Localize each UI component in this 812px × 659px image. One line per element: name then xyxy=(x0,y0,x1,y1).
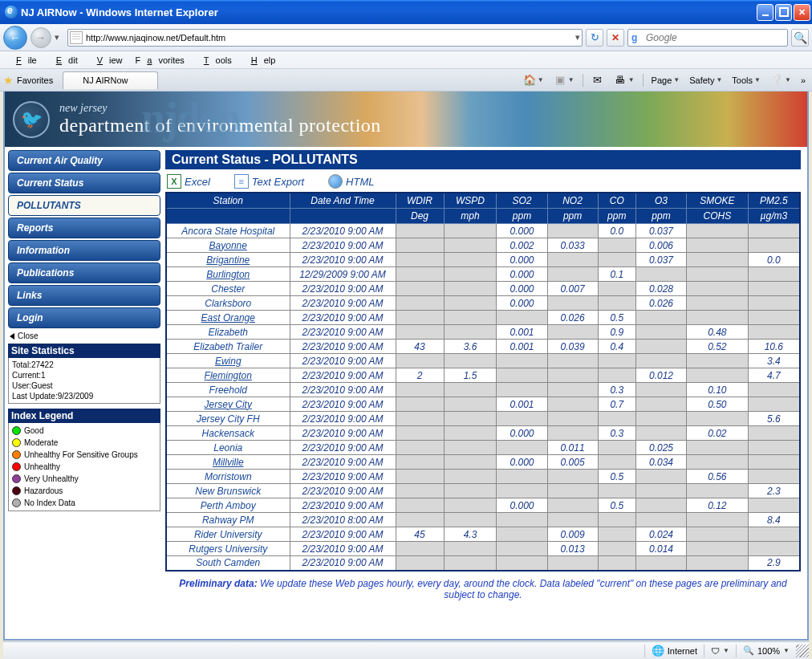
data-cell: 0.9 xyxy=(598,325,635,340)
search-box[interactable]: g xyxy=(627,29,788,47)
table-row: Jersey City FH2/23/2010 9:00 AM5.6 xyxy=(166,412,800,426)
station-cell: Rahway PM xyxy=(166,513,290,527)
data-cell xyxy=(497,484,547,498)
sidebar-item-pollutants[interactable]: POLLUTANTS xyxy=(8,195,160,216)
datetime-cell: 2/23/2010 9:00 AM xyxy=(290,455,396,470)
data-cell xyxy=(748,426,800,441)
data-cell xyxy=(748,383,800,397)
data-cell xyxy=(396,426,444,441)
data-cell xyxy=(497,412,547,426)
safety-menu[interactable]: Safety ▼ xyxy=(686,74,725,87)
navigation-toolbar: ← → ▾ http://www.njaqinow.net/Default.ht… xyxy=(0,24,812,51)
menu-view[interactable]: View xyxy=(84,54,129,67)
legend-label: No Index Data xyxy=(24,498,75,508)
data-cell: 43 xyxy=(396,340,444,354)
data-cell: 0.0 xyxy=(598,224,635,238)
station-cell[interactable]: Brigantine xyxy=(166,253,290,267)
data-cell xyxy=(687,224,749,238)
menu-help[interactable]: Help xyxy=(238,54,282,67)
help-button[interactable]: ❔▼ xyxy=(767,72,794,88)
back-button[interactable]: ← xyxy=(3,26,27,50)
nav-history-dropdown[interactable]: ▾ xyxy=(55,32,64,43)
data-cell xyxy=(687,238,749,253)
table-row: Clarksboro2/23/2010 9:00 AM0.0000.026 xyxy=(166,296,800,311)
favorites-star-icon[interactable]: ★ xyxy=(3,74,14,87)
data-cell: 0.000 xyxy=(497,455,547,470)
toolbar-overflow[interactable]: » xyxy=(798,74,809,87)
legend-row: No Index Data xyxy=(12,497,156,509)
station-cell[interactable]: Millville xyxy=(166,455,290,470)
legend-dot-icon xyxy=(12,498,21,507)
sidebar-item-information[interactable]: Information xyxy=(8,240,160,261)
station-cell[interactable]: Burlington xyxy=(166,267,290,282)
data-cell: 0.001 xyxy=(497,340,547,354)
feeds-button[interactable]: ▣▼ xyxy=(550,72,578,88)
page-menu[interactable]: Page ▼ xyxy=(648,74,684,87)
print-button[interactable]: 🖶▼ xyxy=(611,72,638,88)
data-cell xyxy=(396,224,444,238)
export-html[interactable]: ● HTML xyxy=(328,174,374,189)
unit-cell: Deg xyxy=(396,209,444,224)
export-text[interactable]: ≡ Text Export xyxy=(234,174,304,189)
read-mail-button[interactable]: ✉ xyxy=(588,72,607,88)
datetime-cell: 2/23/2010 9:00 AM xyxy=(290,542,396,556)
data-cell xyxy=(396,296,444,311)
sidebar: Current Air QualityCurrent StatusPOLLUTA… xyxy=(5,147,164,639)
table-row: New Brunswick2/23/2010 9:00 AM2.3 xyxy=(166,484,800,498)
search-go-button[interactable]: 🔍 xyxy=(791,29,809,47)
address-bar[interactable]: http://www.njaqinow.net/Default.htm ▾ xyxy=(67,29,583,47)
excel-icon: X xyxy=(167,174,181,189)
data-cell xyxy=(598,455,635,470)
station-cell[interactable]: Bayonne xyxy=(166,238,290,253)
sidebar-item-links[interactable]: Links xyxy=(8,285,160,306)
unit-cell: ppm xyxy=(635,209,686,224)
tools-menu[interactable]: Tools ▼ xyxy=(729,74,764,87)
status-zone[interactable]: 🌐 Internet xyxy=(645,645,704,657)
protected-mode[interactable]: 🛡▼ xyxy=(704,646,736,656)
data-cell xyxy=(687,513,749,527)
data-cell xyxy=(444,325,497,340)
data-cell xyxy=(396,542,444,556)
sidebar-item-login[interactable]: Login xyxy=(8,307,160,328)
minimize-button[interactable] xyxy=(757,4,773,21)
sidebar-close[interactable]: Close xyxy=(8,330,160,344)
station-cell[interactable]: Jersey City xyxy=(166,397,290,412)
data-cell xyxy=(635,397,686,412)
station-cell[interactable]: Flemington xyxy=(166,368,290,383)
menu-tools[interactable]: Tools xyxy=(191,54,238,67)
export-excel[interactable]: X Excel xyxy=(167,174,210,189)
data-cell: 2.9 xyxy=(748,556,800,571)
sidebar-item-current-status[interactable]: Current Status xyxy=(8,173,160,193)
data-cell xyxy=(687,253,749,267)
search-input[interactable] xyxy=(646,32,784,43)
data-cell: 45 xyxy=(396,527,444,542)
datetime-cell: 2/23/2010 9:00 AM xyxy=(290,296,396,311)
resize-grip[interactable] xyxy=(796,645,809,657)
home-button[interactable]: 🏠▼ xyxy=(520,72,547,88)
station-cell[interactable]: East Orange xyxy=(166,311,290,325)
sidebar-item-reports[interactable]: Reports xyxy=(8,218,160,238)
station-cell[interactable]: Ewing xyxy=(166,354,290,368)
menu-file[interactable]: File xyxy=(3,54,43,67)
maximize-button[interactable] xyxy=(775,4,792,21)
refresh-button[interactable]: ↻ xyxy=(586,29,603,47)
menu-favorites[interactable]: Favorites xyxy=(129,54,191,67)
data-cell xyxy=(547,325,598,340)
menu-edit[interactable]: Edit xyxy=(43,54,84,67)
stop-button[interactable]: ✕ xyxy=(607,29,624,47)
table-row: Freehold2/23/2010 9:00 AM0.30.10 xyxy=(166,383,800,397)
browser-tab[interactable]: NJ AIRNow xyxy=(63,71,157,89)
address-dropdown[interactable]: ▾ xyxy=(575,32,580,43)
data-cell xyxy=(444,513,497,527)
zoom-control[interactable]: 🔍 100% ▼ xyxy=(737,645,796,656)
datetime-cell: 2/23/2010 9:00 AM xyxy=(290,441,396,455)
data-cell xyxy=(396,383,444,397)
table-row: Perth Amboy2/23/2010 9:00 AM0.0000.50.12 xyxy=(166,498,800,513)
forward-button[interactable]: → xyxy=(30,27,51,48)
favorites-label[interactable]: Favorites xyxy=(17,75,53,85)
sidebar-item-current-air-quality[interactable]: Current Air Quality xyxy=(8,150,160,171)
sidebar-item-publications[interactable]: Publications xyxy=(8,262,160,283)
data-cell xyxy=(444,412,497,426)
close-button[interactable] xyxy=(794,4,810,21)
legend-label: Hazardous xyxy=(24,486,63,496)
